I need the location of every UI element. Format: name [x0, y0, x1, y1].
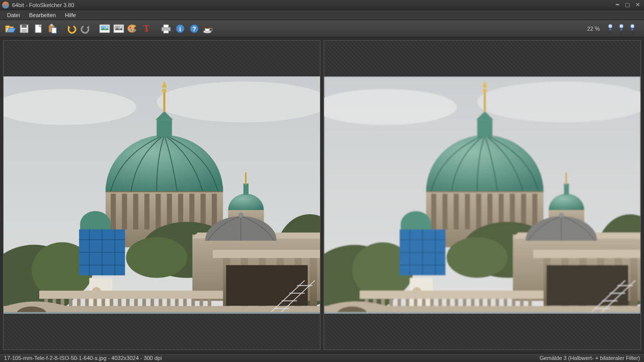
svg-rect-123: [476, 194, 481, 229]
coffee-icon[interactable]: [202, 23, 214, 35]
svg-rect-7: [50, 24, 53, 26]
pin-right-icon[interactable]: [628, 24, 637, 34]
svg-rect-79: [310, 258, 317, 309]
svg-rect-8: [52, 28, 56, 33]
svg-rect-48: [155, 194, 160, 229]
svg-rect-134: [566, 172, 567, 184]
svg-point-143: [446, 237, 508, 278]
svg-rect-45: [122, 194, 127, 229]
help-icon[interactable]: ?: [188, 23, 200, 35]
statusbar: 17-105-mm-Tele-f-2-8-ISO-50-1-640-s.jpg …: [0, 353, 644, 362]
status-right: Gemälde 3 (Halbwert- + bilateraler Filte…: [539, 355, 640, 361]
palette-icon[interactable]: [127, 23, 139, 35]
svg-rect-54: [156, 120, 172, 137]
save-icon[interactable]: [18, 23, 30, 35]
svg-rect-3: [22, 25, 27, 28]
svg-rect-4: [22, 29, 27, 32]
print-icon[interactable]: [160, 23, 172, 35]
svg-rect-156: [360, 291, 543, 299]
svg-rect-80: [226, 265, 307, 306]
svg-rect-130: [484, 92, 486, 112]
svg-rect-122: [465, 194, 470, 229]
svg-rect-55: [164, 92, 166, 112]
svg-point-32: [619, 24, 623, 28]
svg-rect-148: [533, 250, 640, 258]
svg-rect-59: [245, 172, 247, 184]
menu-file[interactable]: Datei: [3, 11, 24, 19]
pin-controls: [606, 24, 640, 34]
svg-point-29: [205, 27, 210, 29]
svg-rect-110: [4, 312, 320, 314]
svg-rect-58: [244, 184, 249, 195]
svg-rect-22: [164, 25, 169, 28]
svg-point-17: [133, 30, 135, 31]
svg-rect-47: [144, 194, 149, 229]
svg-point-30: [608, 24, 612, 28]
open-icon[interactable]: [4, 23, 16, 35]
svg-point-18: [132, 25, 133, 27]
svg-rect-1: [6, 26, 10, 28]
svg-rect-120: [442, 194, 447, 229]
minimize-button[interactable]: ━: [613, 2, 622, 9]
pin-center-icon[interactable]: [617, 24, 626, 34]
app-window: 64bit - FotoSketcher 3.80 ━ ▢ ✕ Datei Be…: [0, 0, 644, 362]
toolbar: Tt i ? 22 %: [0, 20, 644, 37]
svg-point-147: [559, 212, 564, 217]
svg-point-131: [483, 88, 487, 93]
svg-text:?: ?: [192, 26, 196, 33]
svg-point-72: [238, 212, 244, 217]
zoom-level: 22 %: [583, 26, 604, 32]
paste-icon[interactable]: [46, 23, 58, 35]
result-image-icon[interactable]: [113, 23, 125, 35]
svg-rect-129: [477, 120, 492, 137]
svg-rect-185: [324, 312, 640, 314]
undo-icon[interactable]: [65, 23, 77, 35]
window-controls: ━ ▢ ✕: [613, 2, 642, 9]
svg-rect-35: [631, 28, 633, 31]
svg-point-16: [131, 29, 132, 31]
svg-point-14: [120, 26, 122, 28]
svg-point-56: [163, 88, 167, 93]
svg-rect-155: [546, 265, 628, 306]
result-panel[interactable]: [324, 40, 641, 350]
result-image: [324, 76, 640, 314]
svg-rect-33: [620, 28, 622, 31]
source-image-icon[interactable]: [99, 23, 111, 35]
menu-edit[interactable]: Bearbeiten: [25, 11, 60, 19]
svg-rect-46: [133, 194, 138, 229]
app-icon: [2, 2, 9, 9]
svg-point-34: [630, 24, 634, 28]
text-icon[interactable]: Tt: [141, 23, 153, 35]
info-icon[interactable]: i: [174, 23, 186, 35]
svg-rect-121: [454, 194, 459, 229]
svg-rect-31: [609, 28, 611, 31]
svg-point-68: [126, 237, 187, 278]
workspace: [0, 37, 644, 353]
svg-rect-81: [39, 291, 223, 299]
menubar: Datei Bearbeiten Hilfe: [0, 10, 644, 20]
source-panel[interactable]: [3, 40, 320, 350]
svg-rect-23: [164, 30, 169, 33]
svg-rect-119: [431, 194, 436, 229]
titlebar: 64bit - FotoSketcher 3.80 ━ ▢ ✕: [0, 0, 644, 10]
svg-rect-154: [630, 258, 637, 309]
svg-rect-44: [111, 194, 116, 229]
window-title: 64bit - FotoSketcher 3.80: [12, 2, 74, 8]
svg-rect-73: [213, 250, 320, 258]
redo-icon[interactable]: [79, 23, 92, 35]
new-document-icon[interactable]: [32, 23, 44, 35]
pin-left-icon[interactable]: [606, 24, 615, 34]
menu-help[interactable]: Hilfe: [61, 11, 80, 19]
maximize-button[interactable]: ▢: [623, 2, 632, 9]
source-image: [4, 76, 320, 314]
status-left: 17-105-mm-Tele-f-2-8-ISO-50-1-640-s.jpg …: [4, 355, 162, 361]
svg-text:i: i: [179, 25, 181, 33]
svg-point-15: [130, 27, 131, 28]
svg-point-11: [106, 26, 108, 28]
svg-rect-133: [564, 184, 569, 195]
close-button[interactable]: ✕: [633, 2, 642, 9]
